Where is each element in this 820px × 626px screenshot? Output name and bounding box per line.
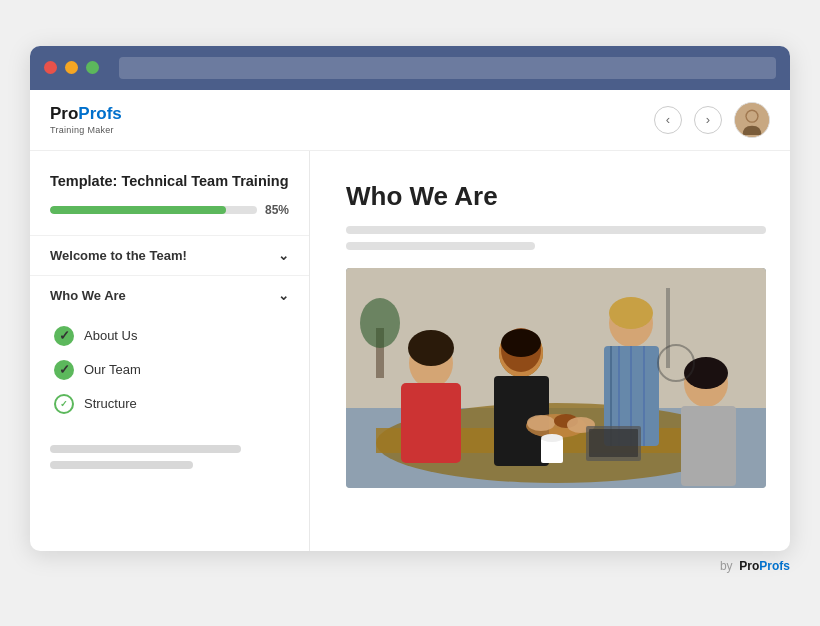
sidebar-section-label-welcome: Welcome to the Team! [50,248,187,263]
check-complete-about: ✓ [54,326,74,346]
dot-green[interactable] [86,61,99,74]
about-us-label: About Us [84,328,137,343]
avatar[interactable] [734,102,770,138]
template-title: Template: Technical Team Training [30,171,309,191]
team-photo [346,268,766,488]
chevron-whoweare-icon: ⌄ [278,288,289,303]
check-complete-team: ✓ [54,360,74,380]
toolbar: ProProfs Training Maker ‹ › [30,90,790,151]
check-partial-structure: ✓ [54,394,74,414]
check-partial-icon: ✓ [60,399,68,409]
logo-pro: Pro [50,104,78,123]
footer-by-label: by [720,559,733,573]
gray-bar-2 [50,461,193,469]
progress-label: 85% [265,203,289,217]
svg-rect-23 [681,406,736,486]
svg-point-9 [408,330,454,366]
sidebar-bottom-bars [30,429,309,485]
content-line-2 [346,242,535,250]
dot-red[interactable] [44,61,57,74]
list-item-structure[interactable]: ✓ Structure [30,387,309,421]
back-button[interactable]: ‹ [654,106,682,134]
logo-tagline: Training Maker [50,125,122,135]
svg-point-26 [527,415,555,431]
list-item-our-team[interactable]: ✓ Our Team [30,353,309,387]
avatar-image [735,102,769,138]
content-line-1 [346,226,766,234]
forward-button[interactable]: › [694,106,722,134]
svg-rect-8 [401,383,461,463]
list-item-about-us[interactable]: ✓ About Us [30,319,309,353]
chevron-welcome-icon: ⌄ [278,248,289,263]
dot-yellow[interactable] [65,61,78,74]
logo-profs: Profs [78,104,121,123]
progress-bar-container: 85% [30,203,309,217]
svg-rect-36 [589,429,638,457]
svg-rect-29 [666,288,670,368]
svg-point-14 [501,329,541,357]
structure-label: Structure [84,396,137,411]
sidebar-section-header-whoweare[interactable]: Who We Are ⌄ [30,276,309,315]
main-area: Template: Technical Team Training 85% We… [30,151,790,551]
address-bar [119,57,776,79]
footer-logo-pro: Pro [739,559,759,573]
sidebar-items-list: ✓ About Us ✓ Our Team ✓ [30,315,309,429]
browser-window: ProProfs Training Maker ‹ › Template: Te… [30,46,790,551]
progress-fill [50,206,226,214]
team-image [346,268,766,488]
sidebar: Template: Technical Team Training 85% We… [30,151,310,551]
svg-point-32 [360,298,400,348]
logo: ProProfs Training Maker [50,105,122,135]
browser-chrome [30,46,790,90]
progress-track [50,206,257,214]
check-mark-team-icon: ✓ [59,362,70,377]
sidebar-section-header-welcome[interactable]: Welcome to the Team! ⌄ [30,236,309,275]
content-area: Who We Are [310,151,790,551]
sidebar-section-label-whoweare: Who We Are [50,288,126,303]
footer-logo-profs: Profs [759,559,790,573]
check-mark-icon: ✓ [59,328,70,343]
content-title: Who We Are [346,181,766,212]
svg-point-21 [609,297,653,329]
footer: by ProProfs [30,551,790,581]
our-team-label: Our Team [84,362,141,377]
svg-point-34 [541,434,563,442]
sidebar-section-whoweare: Who We Are ⌄ ✓ About Us ✓ [30,275,309,429]
sidebar-section-welcome: Welcome to the Team! ⌄ [30,235,309,275]
svg-point-2 [747,111,757,121]
gray-bar-1 [50,445,241,453]
